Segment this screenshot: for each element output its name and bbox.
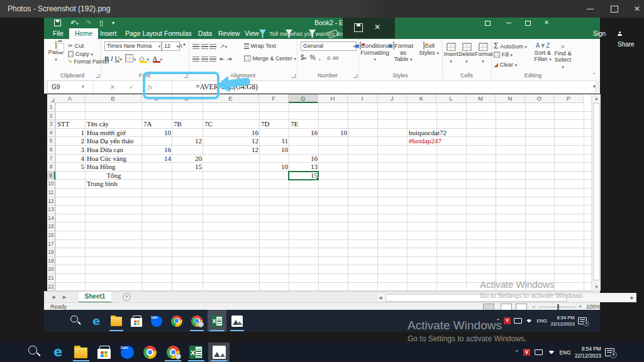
clipboard-dialog-launcher[interactable] [96, 74, 99, 78]
action-center-icon[interactable]: 4 [605, 348, 614, 356]
vertical-scroll-thumb[interactable] [593, 103, 600, 280]
font-color-button[interactable]: A [153, 55, 160, 62]
copy-button[interactable]: Copy ▾ [68, 50, 93, 57]
row-header-20[interactable]: 20 [47, 265, 55, 274]
cell-A6[interactable]: 3 [56, 146, 84, 155]
collapse-ribbon-icon[interactable]: ⌃ [592, 72, 596, 78]
taskbar-chrome-profile-button[interactable] [162, 343, 184, 362]
taskbar-zalo-button[interactable]: Zalo [147, 310, 166, 332]
percent-format-button[interactable]: % [310, 54, 316, 61]
scroll-up-icon[interactable]: ▲ [594, 96, 599, 101]
row-header-15[interactable]: 15 [47, 222, 55, 231]
alignment-dialog-launcher[interactable] [292, 74, 296, 78]
cell-A8[interactable]: 5 [56, 163, 84, 172]
cell-C3[interactable]: 7A [142, 120, 171, 129]
taskbar-excel-button[interactable]: x [186, 343, 207, 362]
language-indicator[interactable]: ENG [537, 318, 547, 324]
column-header-H[interactable]: H [318, 94, 348, 103]
new-document-icon[interactable]: ▯ [99, 19, 103, 27]
find-select-button[interactable]: ⌕ Find &Select ▾ [553, 43, 573, 70]
cell-B3[interactable]: Tên cây [86, 120, 141, 129]
conditional-formatting-button[interactable]: ConditionalFormatting ▾ [360, 43, 390, 63]
row-header-5[interactable]: 5 [47, 137, 55, 146]
save-icon[interactable] [54, 19, 61, 26]
column-header-K[interactable]: K [407, 94, 436, 103]
row-header-9[interactable]: 9 [47, 172, 55, 180]
tray-expand-icon[interactable]: ⌃ [514, 349, 519, 356]
fill-button[interactable]: Fill ▾ [494, 52, 513, 58]
row-header-18[interactable]: 18 [47, 248, 55, 257]
grow-font-button[interactable]: A▲ [179, 42, 186, 49]
row-header-17[interactable]: 17 [47, 240, 55, 249]
column-header-B[interactable]: B [85, 94, 142, 103]
row-header-8[interactable]: 8 [47, 163, 55, 172]
cell-B8[interactable]: Hoa Hồng [86, 163, 141, 172]
row-header-21[interactable]: 21 [47, 274, 55, 283]
column-header-A[interactable]: A [55, 94, 85, 103]
decrease-indent-icon[interactable]: ⇤ [220, 55, 225, 62]
autosum-button[interactable]: Σ AutoSum ▾ [494, 41, 527, 50]
cell-B5[interactable]: Hoa Dạ yến thảo [86, 137, 141, 146]
screenshot-close-icon[interactable]: ✕ [374, 23, 380, 31]
row-header-2[interactable]: 2 [47, 112, 55, 121]
screenshot-save-icon[interactable] [354, 23, 363, 32]
column-header-L[interactable]: L [436, 94, 466, 103]
row-header-6[interactable]: 6 [47, 146, 55, 155]
taskbar-chrome-button[interactable] [167, 310, 186, 332]
cell-F6[interactable]: 10 [260, 146, 288, 155]
cell-K4[interactable]: buiquocdat72 [408, 129, 436, 138]
row-header-1[interactable]: 1 [47, 103, 55, 112]
new-sheet-button[interactable]: + [123, 293, 131, 301]
scroll-right-icon[interactable]: ▶ [631, 295, 634, 300]
font-size-select[interactable]: 12▾ [162, 41, 180, 51]
undo-button[interactable]: ↶▾ [70, 19, 79, 28]
sort-filter-button[interactable]: A▼Z Sort &Filter ▾ [533, 43, 553, 63]
cell-B7[interactable]: Hoa Cúc vàng [86, 155, 141, 163]
cell-A5[interactable]: 2 [56, 137, 84, 146]
taskbar-chrome-profile-button[interactable] [187, 310, 206, 332]
formula-bar-expand-icon[interactable]: ▾ [593, 84, 596, 89]
cell-B6[interactable]: Hoa Dừa cạn [86, 146, 141, 155]
column-header-M[interactable]: M [466, 94, 496, 103]
cell-A7[interactable]: 4 [56, 155, 84, 163]
cell-E3[interactable]: 7C [203, 120, 258, 129]
column-header-J[interactable]: J [377, 94, 407, 103]
zoom-in-button[interactable]: + [579, 304, 582, 310]
cell-G7[interactable]: 16 [289, 155, 318, 163]
taskbar-start-button[interactable] [47, 310, 65, 332]
excel-restore-button[interactable] [519, 18, 536, 28]
action-center-icon[interactable]: 4 [578, 317, 586, 325]
name-box[interactable]: G9 [47, 80, 94, 94]
excel-minimize-button[interactable] [501, 18, 517, 28]
cell-F5[interactable]: 11 [260, 137, 288, 146]
fill-color-button[interactable]: ◇ [140, 55, 147, 62]
clock[interactable]: 8:54 PM22/12/2023 [551, 315, 575, 327]
align-middle-icon[interactable] [201, 44, 208, 50]
cell-E4[interactable]: 16 [203, 129, 258, 138]
tab-file[interactable]: File [47, 28, 69, 39]
number-dialog-launcher[interactable] [353, 74, 357, 78]
column-header-N[interactable]: N [496, 94, 525, 103]
number-format-select[interactable]: General▾ [301, 41, 357, 51]
taskbar-search-button[interactable] [25, 343, 46, 362]
taskbar-search-button[interactable] [67, 310, 86, 332]
row-header-4[interactable]: 4 [47, 129, 55, 138]
zoom-level[interactable]: 100% [586, 304, 601, 310]
taskbar-store-button[interactable] [127, 310, 146, 332]
cell-E5[interactable]: 12 [203, 137, 258, 146]
row-header-13[interactable]: 13 [47, 206, 55, 214]
fill-handle[interactable] [316, 177, 319, 181]
cell-E6[interactable]: 12 [203, 146, 258, 155]
unikey-icon[interactable]: V [523, 349, 531, 356]
cell-C6[interactable]: 16 [142, 146, 171, 155]
taskbar-explorer-button[interactable] [70, 343, 92, 362]
touch-keyboard-icon[interactable] [535, 349, 543, 355]
cell-K5[interactable]: #hoidap247 [408, 137, 436, 146]
enter-icon[interactable]: ✓ [129, 81, 134, 93]
select-all-corner[interactable] [47, 94, 56, 104]
photos-minimize-button[interactable] [580, 0, 601, 18]
comma-format-button[interactable]: , [319, 54, 321, 61]
align-left-icon[interactable] [192, 57, 199, 62]
language-indicator[interactable]: ENG [559, 349, 570, 356]
excel-close-button[interactable]: ✕ [538, 18, 555, 28]
